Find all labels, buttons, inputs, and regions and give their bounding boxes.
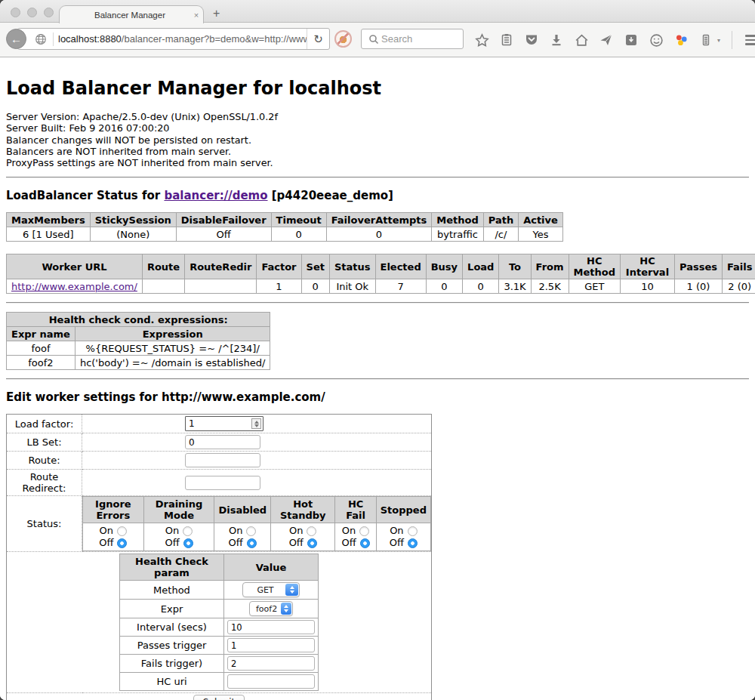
browser-tab[interactable]: Balancer Manager × xyxy=(59,5,204,23)
submit-button[interactable]: Submit xyxy=(193,695,245,700)
form-row-status: Status: Ignore Errors Draining Mode Disa… xyxy=(7,496,432,552)
screenshot-panel-icon[interactable] xyxy=(624,32,639,48)
search-input[interactable] xyxy=(381,33,458,45)
search-icon xyxy=(366,32,381,47)
reload-icon[interactable]: ↻ xyxy=(307,29,329,49)
hc-fail-off-radio[interactable] xyxy=(360,538,370,548)
route-cell xyxy=(82,452,432,470)
draining-mode-on-radio[interactable] xyxy=(183,526,193,536)
pocket-icon[interactable] xyxy=(524,32,539,48)
hc-interval-input[interactable] xyxy=(227,620,315,634)
worker-status-table: Worker URL Route RouteRedir Factor Set S… xyxy=(6,254,755,294)
menu-hamburger-icon[interactable] xyxy=(744,32,755,48)
site-identity-globe-icon[interactable] xyxy=(33,32,48,47)
disabled-on-radio[interactable] xyxy=(246,526,256,536)
zoom-window-button[interactable] xyxy=(44,8,54,17)
chevron-down-icon[interactable]: ▾ xyxy=(717,37,720,44)
col-factor: Factor xyxy=(257,254,301,279)
route-redirect-cell xyxy=(82,470,432,496)
worker-url-link[interactable]: http://www.example.com/ xyxy=(11,281,137,292)
off-label: Off xyxy=(341,537,356,549)
col-hc-method: HC Method xyxy=(569,254,620,279)
table-header-row: Ignore Errors Draining Mode Disabled Hot… xyxy=(83,497,431,523)
reading-list-icon[interactable] xyxy=(499,32,514,48)
url-bar[interactable]: localhost:8880/balancer-manager?b=demo&w… xyxy=(17,28,330,50)
select-stepper-icon xyxy=(285,584,298,596)
hc-expr-label: Expr xyxy=(120,600,224,618)
hc-fails-input[interactable] xyxy=(227,656,315,671)
col-maxmembers: MaxMembers xyxy=(7,213,91,227)
inherit-note-line: Balancers are NOT inherited from main se… xyxy=(6,146,749,157)
extension-colored-dots-icon[interactable] xyxy=(673,32,689,48)
col-passes: Passes xyxy=(674,254,722,279)
draining-mode-off-radio[interactable] xyxy=(183,538,193,548)
home-icon[interactable] xyxy=(574,32,589,48)
content-blocked-icon[interactable] xyxy=(334,30,352,48)
hc-fails-row: Fails trigger) xyxy=(120,655,319,673)
cell-timeout: 0 xyxy=(271,227,326,242)
col-routeredir: RouteRedir xyxy=(185,254,257,279)
expr-table-title: Health check cond. expressions: xyxy=(7,313,270,327)
new-tab-button[interactable]: + xyxy=(213,8,220,20)
route-redirect-label: Route Redirect: xyxy=(7,470,82,496)
stopped-off-radio[interactable] xyxy=(408,538,418,548)
disabled-off-radio[interactable] xyxy=(247,538,257,548)
col-disablefailover: DisableFailover xyxy=(176,213,271,227)
send-telemetry-icon[interactable] xyxy=(599,32,614,48)
ignore-errors-on-radio[interactable] xyxy=(117,526,127,536)
hc-method-select[interactable]: GET xyxy=(242,582,300,597)
route-input[interactable] xyxy=(185,453,260,467)
feedback-smiley-icon[interactable] xyxy=(649,32,664,48)
battery-panel-icon[interactable] xyxy=(698,32,713,48)
table-header-row: MaxMembers StickySession DisableFailover… xyxy=(7,213,563,227)
cell-expr-name: foof2 xyxy=(7,356,76,370)
edit-worker-heading: Edit worker settings for http://www.exam… xyxy=(6,390,749,404)
balancer-demo-link[interactable]: balancer://demo xyxy=(164,189,267,202)
off-label: Off xyxy=(229,537,243,549)
hot-standby-off-radio[interactable] xyxy=(307,538,317,548)
lb-set-input[interactable] xyxy=(185,435,260,449)
route-redirect-input[interactable] xyxy=(185,476,260,490)
status-heading-suffix: [p4420eeae_demo] xyxy=(268,189,393,202)
status-label: Status: xyxy=(7,496,82,552)
hot-standby-on-radio[interactable] xyxy=(307,526,316,536)
number-spinner-icon[interactable] xyxy=(251,418,261,429)
table-row: 6 [1 Used] (None) Off 0 0 bytraffic /c/ … xyxy=(7,227,563,242)
hc-expr-select[interactable]: foof2 xyxy=(249,601,293,616)
hc-interval-row: Interval (secs) xyxy=(120,618,319,637)
on-label: On xyxy=(390,525,403,537)
cell-path: /c/ xyxy=(483,227,518,242)
tab-close-icon[interactable]: × xyxy=(190,11,203,20)
hc-uri-input[interactable] xyxy=(227,674,315,689)
download-icon[interactable] xyxy=(549,32,564,48)
cell-hc-interval: 10 xyxy=(620,279,674,294)
cell-load: 0 xyxy=(463,279,499,294)
hc-passes-row: Passes trigger xyxy=(120,637,319,655)
bookmark-star-icon[interactable] xyxy=(474,32,489,48)
stopped-on-radio[interactable] xyxy=(408,526,418,536)
close-window-button[interactable] xyxy=(11,8,20,17)
url-path: /balancer-manager?b=demo&w=http://www.ex… xyxy=(122,33,307,45)
form-row-health-check: Health Check param Value Method GET Expr xyxy=(7,552,432,693)
on-label: On xyxy=(165,525,179,537)
off-label: Off xyxy=(289,537,304,549)
minimize-window-button[interactable] xyxy=(27,8,37,17)
cell-elected: 7 xyxy=(375,279,426,294)
disabled-radios: On Off xyxy=(214,523,271,551)
radio-row: On Off On Off On Off xyxy=(83,523,431,551)
hc-passes-input[interactable] xyxy=(227,638,315,652)
search-bar[interactable] xyxy=(361,29,464,49)
back-button[interactable]: ← xyxy=(6,29,26,49)
cell-busy: 0 xyxy=(426,279,462,294)
form-row-load-factor: Load factor: xyxy=(7,415,432,433)
edit-worker-form: Load factor: LB Set: Route: Route Redire… xyxy=(6,414,432,700)
divider xyxy=(6,378,749,380)
page-content: Load Balancer Manager for localhost Serv… xyxy=(0,57,755,700)
server-built-line: Server Built: Feb 9 2016 07:00:20 xyxy=(6,122,749,134)
col-busy: Busy xyxy=(426,254,462,279)
cell-worker-url: http://www.example.com/ xyxy=(7,279,143,294)
draining-mode-radios: On Off xyxy=(143,523,214,551)
ignore-errors-off-radio[interactable] xyxy=(117,538,127,548)
url-text[interactable]: localhost:8880/balancer-manager?b=demo&w… xyxy=(58,33,307,45)
hc-fail-on-radio[interactable] xyxy=(359,526,369,536)
